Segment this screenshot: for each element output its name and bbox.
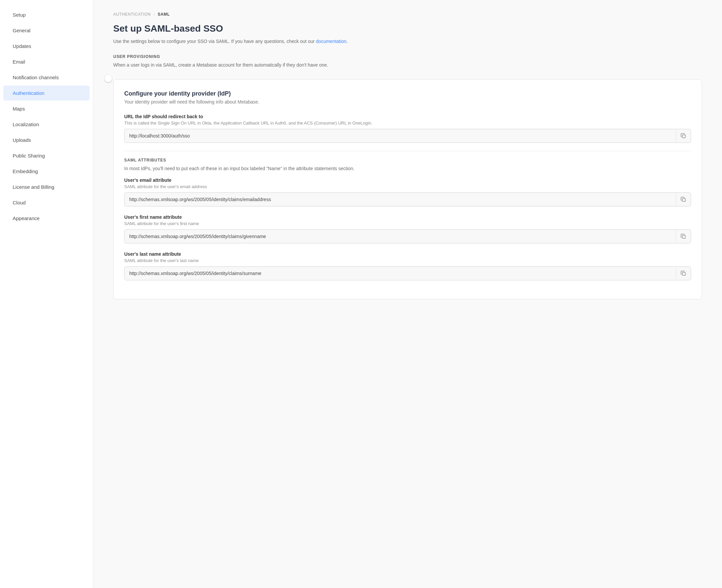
idp-card-subtitle: Your identity provider will need the fol… [124,99,691,105]
page-title: Set up SAML-based SSO [113,23,702,34]
sidebar-item-public-sharing[interactable]: Public Sharing [3,148,89,163]
lastname-attribute-label: User's last name attribute [124,251,691,257]
idp-card-title: Configure your identity provider (IdP) [124,90,691,97]
firstname-attribute-input-row [124,229,691,244]
breadcrumb-current: SAML [158,12,169,17]
url-field-description: This is called the Single Sign On URL in… [124,121,691,126]
email-attribute-input-row [124,192,691,206]
lastname-attribute-input[interactable] [125,267,676,280]
firstname-attribute-field-group: User's first name attribute SAML attribu… [124,214,691,244]
svg-rect-0 [682,135,685,138]
sidebar: SetupGeneralUpdatesEmailNotification cha… [0,0,93,588]
url-field-group: URL the IdP should redirect back to This… [124,114,691,143]
email-attribute-label: User's email attribute [124,177,691,183]
lastname-attribute-description: SAML attribute for the user's last name [124,258,691,263]
sidebar-item-setup[interactable]: Setup [3,7,89,22]
sidebar-item-notification-channels[interactable]: Notification channels [3,70,89,85]
saml-attributes-description: In most IdPs, you'll need to put each of… [124,165,691,172]
lastname-attribute-field-group: User's last name attribute SAML attribut… [124,251,691,280]
url-field-label: URL the IdP should redirect back to [124,114,691,119]
sidebar-item-email[interactable]: Email [3,54,89,69]
sidebar-item-general[interactable]: General [3,23,89,38]
breadcrumb-parent: AUTHENTICATION [113,12,151,17]
url-field-input-row [124,129,691,143]
sidebar-item-authentication[interactable]: Authentication [3,86,89,101]
page-description-text: Use the settings below to configure your… [113,39,315,44]
page-description-end: . [346,39,348,44]
lastname-attribute-copy-button[interactable] [676,267,691,279]
firstname-attribute-copy-button[interactable] [676,230,691,243]
sidebar-item-embedding[interactable]: Embedding [3,164,89,179]
idp-card: Configure your identity provider (IdP) Y… [113,79,702,299]
firstname-attribute-description: SAML attribute for the user's first name [124,221,691,226]
sidebar-item-uploads[interactable]: Uploads [3,132,89,147]
documentation-link[interactable]: documentation [316,39,347,44]
email-attribute-description: SAML attribute for the user's email addr… [124,184,691,189]
email-attribute-copy-button[interactable] [676,193,691,206]
sidebar-item-appearance[interactable]: Appearance [3,211,89,226]
svg-rect-3 [682,272,685,275]
svg-rect-2 [682,235,685,238]
lastname-attribute-input-row [124,266,691,280]
url-copy-button[interactable] [676,130,691,142]
sidebar-item-license-and-billing[interactable]: License and Billing [3,180,89,194]
url-field-input[interactable] [125,129,676,143]
sidebar-item-maps[interactable]: Maps [3,101,89,116]
firstname-attribute-label: User's first name attribute [124,214,691,220]
email-attribute-input[interactable] [125,193,676,206]
saml-attributes-title: SAML attributes [124,158,691,163]
breadcrumb: AUTHENTICATION › SAML [113,12,702,17]
saml-attributes-section: SAML attributes In most IdPs, you'll nee… [124,158,691,280]
user-provisioning-title: USER PROVISIONING [113,54,702,59]
sidebar-item-updates[interactable]: Updates [3,39,89,54]
email-attribute-field-group: User's email attribute SAML attribute fo… [124,177,691,206]
sidebar-item-cloud[interactable]: Cloud [3,195,89,210]
page-description: Use the settings below to configure your… [113,38,702,45]
firstname-attribute-input[interactable] [125,230,676,243]
main-content: AUTHENTICATION › SAML Set up SAML-based … [93,0,722,588]
svg-rect-1 [682,198,685,202]
user-provisioning-section: USER PROVISIONING When a user logs in vi… [113,54,702,69]
sidebar-item-localization[interactable]: Localization [3,117,89,132]
breadcrumb-separator: › [153,12,155,17]
user-provisioning-description: When a user logs in via SAML, create a M… [113,62,702,69]
